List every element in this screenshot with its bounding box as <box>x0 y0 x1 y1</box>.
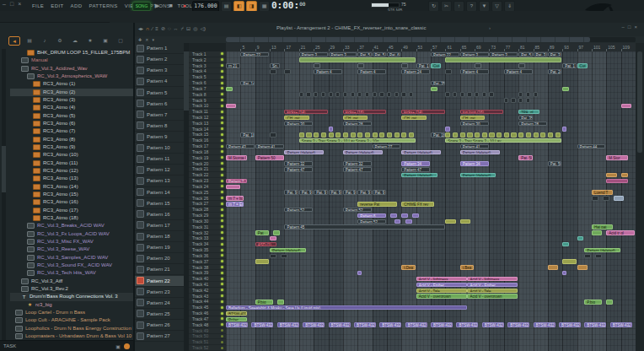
playlist-clip[interactable]: Pattern 34 <box>460 161 489 165</box>
pattern-list-item[interactable]: Pattern 27 <box>135 331 184 342</box>
pattern-list-item[interactable]: Pattern 25 <box>135 309 184 320</box>
playlist-clip[interactable]: Cut 3 <box>577 63 588 68</box>
browser-tab-folder1[interactable]: ▣ <box>99 36 111 46</box>
playlist-clip[interactable] <box>518 98 523 102</box>
browser-item[interactable]: RC3_Atmo (5) <box>10 112 133 120</box>
playlist-clip[interactable] <box>431 87 437 91</box>
playlist-clip[interactable] <box>401 63 408 68</box>
playlist-clip[interactable] <box>489 132 494 137</box>
playlist-clip[interactable]: BTSW-432_De <box>277 322 299 327</box>
playlist-clip[interactable]: Pattern 52 <box>343 208 372 212</box>
track-mute-led[interactable] <box>221 185 223 187</box>
pattern-list-item[interactable]: Pattern 16 <box>135 209 184 220</box>
playlist-clip[interactable]: Pattern 30 <box>284 122 313 126</box>
playlist-clip[interactable]: Pattern 47 <box>401 167 430 171</box>
playlist-clip[interactable] <box>390 213 397 218</box>
playlist-clip[interactable]: CH_gst <box>343 116 368 120</box>
playlist-clip[interactable]: Balladium - Sweatshirt & Mosku - Save Us… <box>226 305 467 310</box>
pattern-list-item[interactable]: Pattern 12 <box>135 165 184 176</box>
play-button[interactable]: ▶ <box>152 1 163 10</box>
playlist-clip[interactable] <box>412 213 419 218</box>
playlist-clip[interactable] <box>526 92 530 96</box>
playlist-clip[interactable]: Pattern 28 <box>343 122 372 126</box>
playlist-clip[interactable]: rn 7 + light <box>226 196 244 200</box>
track-mute-led[interactable] <box>221 58 223 61</box>
pattern-list-item[interactable]: Pattern 11 <box>135 154 184 165</box>
playlist-clip[interactable] <box>614 196 624 200</box>
playlist-clip[interactable] <box>518 132 523 137</box>
playlist-clip[interactable]: Pattern 30 <box>460 122 489 126</box>
track-mute-led[interactable] <box>221 231 223 234</box>
playlist-clip[interactable]: Pattern 28 <box>518 122 547 126</box>
browser-item[interactable]: RC_Vol.3_Sound FX_ ACID WAV <box>10 262 133 269</box>
playlist-clip[interactable]: kicks+ (14) <box>401 110 444 114</box>
playlist-clip[interactable]: Pattern 4 <box>504 69 533 73</box>
track-mute-led[interactable] <box>221 139 223 142</box>
browser-tab-plugins[interactable]: ◄ <box>8 36 20 46</box>
browser-item[interactable]: Loopholics - Drum N Bass Energy Construc… <box>10 325 133 332</box>
track-mute-led[interactable] <box>221 278 223 280</box>
track-mute-led[interactable] <box>221 289 223 291</box>
vertical-scrollbar-thumb[interactable] <box>637 51 642 153</box>
playlist-clip[interactable]: Pattern 52 <box>357 219 386 224</box>
playlist-clip[interactable] <box>511 132 516 137</box>
playlist-clip[interactable]: BTSW-432_De <box>584 322 606 327</box>
browser-item[interactable]: RC3_Atmo (1) <box>10 80 133 88</box>
browser-item[interactable]: RC3_Atmo (9) <box>10 143 133 151</box>
browser-tab-sounds[interactable]: ♪ <box>39 36 51 46</box>
track-mute-led[interactable] <box>221 266 223 268</box>
pattern-list-item[interactable]: Pattern 24 <box>135 298 184 309</box>
playlist-clip[interactable] <box>445 69 452 73</box>
playlist-clip[interactable]: Pattern 24 <box>401 69 430 73</box>
playlist-clip[interactable] <box>621 173 628 177</box>
playlist-clip[interactable] <box>329 127 333 131</box>
menu-edit[interactable]: EDIT <box>51 3 63 8</box>
playlist-clip[interactable]: Pattern 50 <box>255 155 284 159</box>
track-mute-led[interactable] <box>221 323 223 326</box>
playlist-clip[interactable]: top loop (16) <box>460 110 503 114</box>
playlist-clip[interactable]: Pattern (deleted) <box>460 173 496 177</box>
browser-item[interactable]: RC3_Atmo (8) <box>10 136 133 143</box>
playlist-clip[interactable] <box>475 92 479 96</box>
browser-item[interactable]: RC3_Atmo (15) <box>10 191 133 198</box>
menu-add[interactable]: ADD <box>71 3 83 8</box>
playlist-minimize-button[interactable]: – <box>622 24 625 30</box>
track-mute-led[interactable] <box>221 156 223 159</box>
track-mute-led[interactable] <box>221 202 223 205</box>
browser-scrollbar-thumb[interactable] <box>2 146 6 192</box>
playlist-clip[interactable]: BTSW-432_De <box>226 322 248 327</box>
playlist-clip[interactable]: P.big <box>255 300 273 304</box>
playlist-clip[interactable]: Acid V - Tale <box>416 289 467 293</box>
browser-item[interactable]: RC3_Atmo (6) <box>10 120 133 127</box>
playlist-clip[interactable] <box>445 219 455 224</box>
playlist-clip[interactable] <box>475 132 480 137</box>
playlist-clip[interactable]: Acid V - Ember <box>467 283 518 287</box>
playlist-clip[interactable]: Pat. 3 <box>534 52 548 57</box>
playlist-clip[interactable] <box>379 92 384 96</box>
playlist-clip[interactable] <box>357 132 362 137</box>
menu-file[interactable]: FILE <box>32 3 44 8</box>
playlist-clip[interactable]: Pattern 3 <box>329 52 357 57</box>
playlist-clip[interactable]: BTSW-432_De <box>379 322 401 327</box>
playlist-clip[interactable]: BTSW-432_De <box>303 322 325 327</box>
browser-item[interactable]: RC_Vol.3_Fx Loops_ACID WAV <box>10 230 133 238</box>
playlist-clip[interactable] <box>445 132 450 137</box>
pattern-list-item[interactable]: Pattern 21 <box>135 264 184 275</box>
playlist-clip[interactable]: Acid V - Ember <box>416 283 467 287</box>
playlist-clip[interactable]: Pat. 3 <box>548 52 562 57</box>
playlist-clip[interactable]: Pat <box>255 230 270 235</box>
playlist-clip[interactable]: BTSW-432_De <box>405 322 427 327</box>
playlist-clip[interactable] <box>518 92 523 96</box>
time-display[interactable]: 0:00:00 <box>271 0 305 11</box>
menu-patterns[interactable]: PATTERNS <box>89 3 117 8</box>
playlist-clip[interactable] <box>373 132 378 137</box>
playlist-clip[interactable] <box>270 69 276 73</box>
track-mute-led[interactable] <box>221 174 223 176</box>
playlist-clip[interactable] <box>409 132 414 137</box>
track-mute-led[interactable] <box>221 191 223 193</box>
pattern-list-item[interactable]: Pattern 8 <box>135 121 184 132</box>
minimize-button[interactable]: – <box>3 1 6 10</box>
playlist-clip[interactable] <box>321 92 325 96</box>
playlist-clip[interactable] <box>409 92 413 96</box>
track-mute-led[interactable] <box>221 162 223 165</box>
